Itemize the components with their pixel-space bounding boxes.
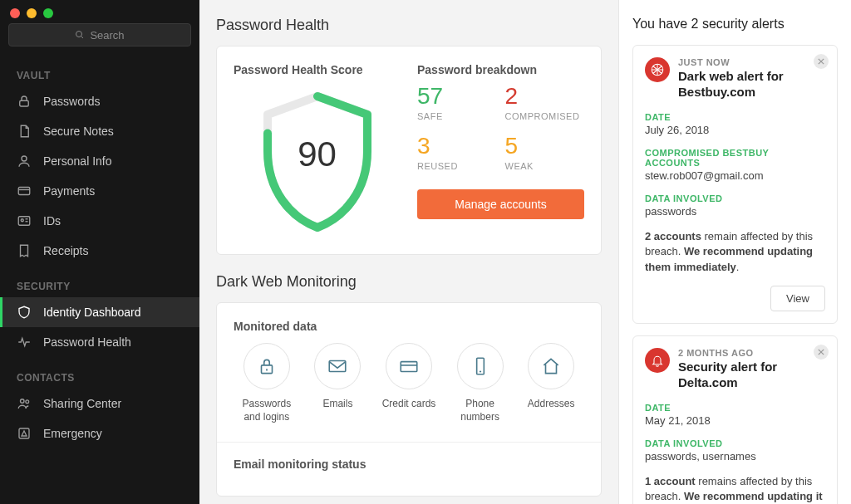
close-window-button[interactable] [10, 8, 20, 18]
id-card-icon [17, 213, 32, 228]
svg-rect-15 [330, 361, 347, 372]
dismiss-alert-button[interactable] [814, 345, 829, 360]
sidebar-item-secure-notes[interactable]: Secure Notes [0, 116, 199, 146]
bell-alert-icon [645, 348, 670, 373]
window-traffic-lights [0, 0, 199, 23]
dark-web-header: Dark Web Monitoring [216, 273, 602, 291]
sidebar-item-passwords[interactable]: Passwords [0, 86, 199, 116]
password-health-card: Password Health Score 90 Password breakd… [216, 46, 602, 255]
monitored-label: Credit cards [376, 398, 442, 411]
stat-label: REUSED [417, 161, 497, 171]
maximize-window-button[interactable] [43, 8, 53, 18]
sidebar-item-receipts[interactable]: Receipts [0, 236, 199, 266]
search-input[interactable]: Search [8, 23, 191, 46]
home-icon [540, 355, 562, 377]
credit-card-icon [17, 183, 32, 198]
health-score-section: Password Health Score 90 [234, 63, 401, 234]
svg-point-11 [26, 400, 29, 404]
receipt-icon [17, 243, 32, 258]
monitored-label: Emails [305, 398, 371, 411]
phone-icon [470, 355, 491, 377]
svg-line-1 [81, 37, 84, 39]
monitored-phone[interactable]: Phone numbers [447, 343, 514, 423]
person-icon [17, 154, 32, 169]
close-icon [818, 58, 824, 65]
security-alerts-panel: You have 2 security alerts JUST NOW Dark… [618, 0, 851, 504]
emergency-icon [17, 426, 32, 441]
web-alert-icon [645, 57, 670, 82]
stat-label: SAFE [417, 111, 497, 121]
monitored-passwords[interactable]: Passwords and logins [234, 343, 300, 423]
stat-value: 5 [505, 135, 585, 158]
mail-icon [327, 355, 348, 377]
svg-rect-4 [18, 188, 30, 195]
alert-date-label: DATE [645, 403, 825, 413]
sidebar-item-label: Secure Notes [43, 125, 114, 138]
sidebar-item-payments[interactable]: Payments [0, 176, 199, 206]
email-monitoring-title: Email monitoring status [234, 458, 584, 471]
svg-rect-2 [20, 100, 29, 106]
stat-reused: 3 REUSED [417, 135, 497, 171]
alert-timestamp: 2 MONTHS AGO [678, 348, 825, 358]
svg-point-7 [21, 219, 23, 222]
alert-card: JUST NOW Dark web alert for Bestbuy.com … [632, 45, 838, 324]
sidebar-item-identity-dashboard[interactable]: Identity Dashboard [0, 297, 199, 327]
minimize-window-button[interactable] [27, 8, 37, 18]
search-container: Search [0, 23, 199, 55]
alert-body: 2 accounts remain affected by this breac… [645, 229, 825, 276]
sidebar-item-label: Sharing Center [43, 397, 121, 410]
monitored-addresses[interactable]: Addresses [518, 343, 584, 423]
alert-accounts-value: stew.rob007@gmail.com [645, 169, 825, 182]
monitored-label: Passwords and logins [234, 398, 300, 423]
sidebar-item-label: Passwords [43, 95, 100, 108]
alert-date-value: July 26, 2018 [645, 124, 825, 136]
alert-date-value: May 21, 2018 [645, 414, 825, 427]
stat-value: 57 [417, 85, 497, 108]
lock-icon [17, 94, 32, 109]
sidebar-item-personal-info[interactable]: Personal Info [0, 146, 199, 176]
credit-card-icon [398, 355, 420, 377]
sidebar-section-security: SECURITY [0, 266, 199, 297]
people-icon [17, 396, 32, 411]
heartbeat-icon [17, 335, 32, 350]
health-score-title: Password Health Score [234, 63, 401, 76]
sidebar-item-sharing-center[interactable]: Sharing Center [0, 389, 199, 418]
view-alert-button[interactable]: View [770, 286, 825, 311]
alert-card: 2 MONTHS AGO Security alert for Delta.co… [632, 335, 838, 504]
monitored-grid: Passwords and logins Emails Credit cards… [234, 343, 584, 423]
sidebar: Search VAULT Passwords Secure Notes Pers… [0, 0, 199, 504]
monitored-label: Addresses [518, 398, 584, 411]
search-icon [75, 30, 85, 40]
sidebar-item-label: Emergency [43, 427, 102, 440]
dismiss-alert-button[interactable] [814, 54, 829, 69]
alert-title: Security alert for Delta.com [678, 360, 825, 391]
alert-data-value: passwords [645, 205, 825, 218]
sidebar-section-contacts: CONTACTS [0, 357, 199, 389]
alert-data-value: passwords, usernames [645, 450, 825, 462]
alert-title: Dark web alert for Bestbuy.com [678, 69, 825, 100]
sidebar-item-password-health[interactable]: Password Health [0, 327, 199, 357]
sidebar-section-vault: VAULT [0, 55, 199, 86]
sidebar-item-label: Personal Info [43, 154, 112, 168]
password-health-header: Password Health [216, 17, 602, 34]
sidebar-item-emergency[interactable]: Emergency [0, 418, 199, 448]
manage-accounts-button[interactable]: Manage accounts [417, 189, 584, 219]
stat-value: 3 [417, 135, 497, 158]
close-icon [818, 349, 824, 355]
sidebar-item-label: Payments [43, 184, 95, 198]
svg-rect-16 [401, 362, 417, 372]
monitored-credit-cards[interactable]: Credit cards [376, 343, 442, 423]
alerts-header: You have 2 security alerts [632, 17, 838, 32]
sidebar-item-ids[interactable]: IDs [0, 206, 199, 236]
app-window: Search VAULT Passwords Secure Notes Pers… [0, 0, 851, 504]
svg-point-3 [22, 156, 27, 161]
svg-point-0 [76, 32, 82, 37]
main-content: Password Health Password Health Score 90… [199, 0, 618, 504]
health-shield: 90 [234, 85, 401, 234]
shield-icon [17, 305, 32, 320]
stat-weak: 5 WEAK [505, 135, 585, 171]
alert-data-label: DATA INVOLVED [645, 438, 825, 448]
monitored-emails[interactable]: Emails [305, 343, 371, 423]
lock-icon [256, 355, 278, 377]
stat-label: COMPROMISED [505, 111, 585, 121]
